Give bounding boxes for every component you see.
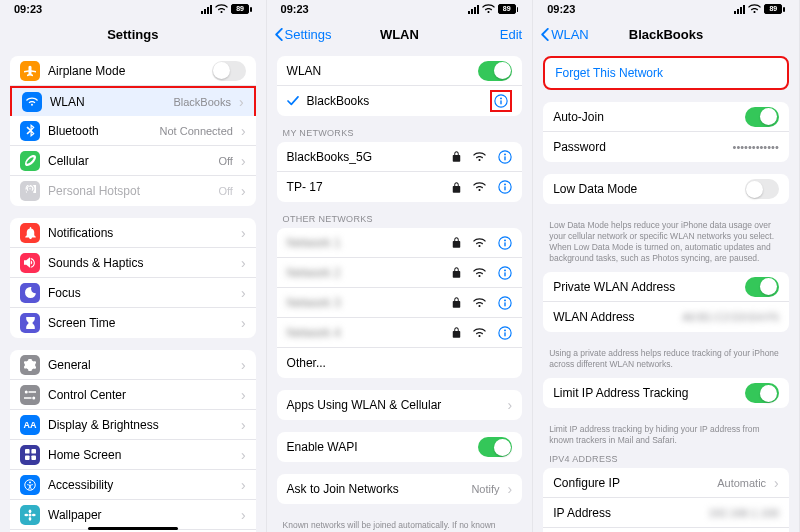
password-row[interactable]: Password ••••••••••••: [543, 132, 789, 162]
lowdata-toggle[interactable]: [745, 179, 779, 199]
accessibility-label: Accessibility: [48, 478, 233, 492]
wlan-row[interactable]: WLAN BlackBooks ›: [10, 86, 256, 116]
forget-network-row[interactable]: Forget This Network: [545, 58, 787, 88]
apps-using-row[interactable]: Apps Using WLAN & Cellular ›: [277, 390, 523, 420]
accessibility-row[interactable]: Accessibility›: [10, 470, 256, 500]
nav-bar: Settings: [0, 18, 266, 50]
general-row[interactable]: General›: [10, 350, 256, 380]
ask-join-value: Notify: [471, 483, 499, 495]
limit-ip-row[interactable]: Limit IP Address Tracking: [543, 378, 789, 408]
network-row[interactable]: BlackBooks_5G: [277, 142, 523, 172]
hotspot-row[interactable]: Personal Hotspot Off ›: [10, 176, 256, 206]
chevron-right-icon: ›: [241, 508, 246, 522]
privacy-group: Private WLAN Address WLAN Address A0:B1:…: [543, 272, 789, 332]
home-indicator[interactable]: [88, 527, 178, 530]
svg-point-9: [29, 513, 32, 516]
autojoin-label: Auto-Join: [553, 110, 737, 124]
wlan-value: BlackBooks: [173, 96, 230, 108]
lock-icon: [452, 151, 461, 162]
control-center-row[interactable]: Control Center›: [10, 380, 256, 410]
wifi-icon: [473, 238, 486, 248]
bell-icon: [20, 223, 40, 243]
network-row[interactable]: TP- 17: [277, 172, 523, 202]
private-addr-toggle[interactable]: [745, 277, 779, 297]
wlan-toggle-group: WLAN BlackBooks: [277, 56, 523, 116]
enable-wapi-row[interactable]: Enable WAPI: [277, 432, 523, 462]
airplane-mode-row[interactable]: Airplane Mode: [10, 56, 256, 86]
nav-bar: Settings WLAN Edit: [267, 18, 533, 50]
network-row[interactable]: Network 2: [277, 258, 523, 288]
svg-rect-4: [31, 449, 36, 454]
private-addr-row[interactable]: Private WLAN Address: [543, 272, 789, 302]
airplane-toggle[interactable]: [212, 61, 246, 81]
focus-row[interactable]: Focus ›: [10, 278, 256, 308]
info-icon[interactable]: [498, 150, 512, 164]
info-icon[interactable]: [498, 296, 512, 310]
airplane-label: Airplane Mode: [48, 64, 204, 78]
wlan-label: WLAN: [50, 95, 165, 109]
status-indicators: 89: [666, 4, 785, 14]
sounds-row[interactable]: Sounds & Haptics ›: [10, 248, 256, 278]
chevron-right-icon: ›: [239, 95, 244, 109]
bluetooth-row[interactable]: Bluetooth Not Connected ›: [10, 116, 256, 146]
grid-icon: [20, 445, 40, 465]
edit-button[interactable]: Edit: [500, 27, 522, 42]
network-row[interactable]: Network 4: [277, 318, 523, 348]
svg-rect-6: [31, 455, 36, 460]
svg-point-8: [29, 481, 31, 483]
screentime-row[interactable]: Screen Time ›: [10, 308, 256, 338]
cellular-signal-icon: [468, 5, 479, 14]
chevron-right-icon: ›: [774, 476, 779, 490]
ask-join-row[interactable]: Ask to Join Networks Notify ›: [277, 474, 523, 504]
autojoin-row[interactable]: Auto-Join: [543, 102, 789, 132]
chevron-right-icon: ›: [241, 256, 246, 270]
subnet-row: Subnet Mask 255.255.255.0: [543, 528, 789, 532]
cellular-label: Cellular: [48, 154, 210, 168]
wifi-icon: [22, 92, 42, 112]
display-row[interactable]: AADisplay & Brightness›: [10, 410, 256, 440]
apps-using-group: Apps Using WLAN & Cellular ›: [277, 390, 523, 420]
notifications-row[interactable]: Notifications ›: [10, 218, 256, 248]
back-button[interactable]: WLAN: [541, 27, 589, 42]
network-row[interactable]: Network 1: [277, 228, 523, 258]
limit-ip-label: Limit IP Address Tracking: [553, 386, 737, 400]
gear-icon: [20, 355, 40, 375]
sliders-icon: [20, 385, 40, 405]
network-row[interactable]: Network 3: [277, 288, 523, 318]
cellular-row[interactable]: Cellular Off ›: [10, 146, 256, 176]
wallpaper-row[interactable]: Wallpaper›: [10, 500, 256, 530]
limit-ip-toggle[interactable]: [745, 383, 779, 403]
display-label: Display & Brightness: [48, 418, 233, 432]
back-button[interactable]: Settings: [275, 27, 332, 42]
ask-join-group: Ask to Join Networks Notify ›: [277, 474, 523, 504]
info-icon[interactable]: [498, 326, 512, 340]
wlan-switch-row[interactable]: WLAN: [277, 56, 523, 86]
info-icon[interactable]: [494, 94, 508, 108]
moon-icon: [20, 283, 40, 303]
configure-ip-row[interactable]: Configure IP Automatic ›: [543, 468, 789, 498]
limit-ip-footer: Limit IP address tracking by hiding your…: [543, 420, 789, 454]
wlan-addr-row[interactable]: WLAN Address A0:B1:C2:D3:E4:F5: [543, 302, 789, 332]
network-name: Network 3: [287, 296, 445, 310]
ip-address-value: 192.168.1.100: [708, 507, 778, 519]
notifications-label: Notifications: [48, 226, 233, 240]
wapi-toggle[interactable]: [478, 437, 512, 457]
general-label: General: [48, 358, 233, 372]
info-icon[interactable]: [498, 236, 512, 250]
chevron-right-icon: ›: [241, 286, 246, 300]
my-networks-header: MY NETWORKS: [277, 128, 523, 142]
status-time: 09:23: [547, 3, 666, 15]
nav-bar: WLAN BlackBooks: [533, 18, 799, 50]
info-icon[interactable]: [498, 266, 512, 280]
info-icon[interactable]: [498, 180, 512, 194]
hourglass-icon: [20, 313, 40, 333]
status-bar: 09:23 89: [533, 0, 799, 18]
chevron-right-icon: ›: [508, 482, 513, 496]
wlan-toggle[interactable]: [478, 61, 512, 81]
speaker-icon: [20, 253, 40, 273]
homescreen-row[interactable]: Home Screen›: [10, 440, 256, 470]
autojoin-toggle[interactable]: [745, 107, 779, 127]
other-network-row[interactable]: Other...: [277, 348, 523, 378]
lowdata-row[interactable]: Low Data Mode: [543, 174, 789, 204]
connected-network-row[interactable]: BlackBooks: [277, 86, 523, 116]
